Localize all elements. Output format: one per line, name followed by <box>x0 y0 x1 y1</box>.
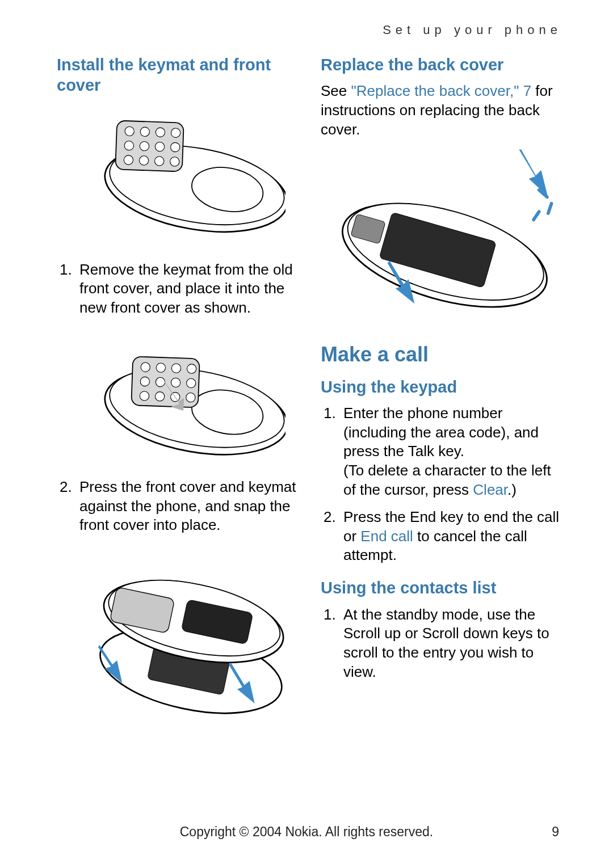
scroll-up-key-label: Scroll up <box>343 625 401 642</box>
svg-point-15 <box>170 157 179 166</box>
svg-point-11 <box>170 142 180 152</box>
svg-point-10 <box>155 142 165 151</box>
svg-point-7 <box>171 128 180 137</box>
svg-point-8 <box>124 141 133 150</box>
illustration-keymat-insert <box>57 326 298 467</box>
page-number: 9 <box>552 824 559 840</box>
step-1-keymat: Remove the keymat from the old front cov… <box>76 260 298 318</box>
end-key-label: End <box>410 508 436 525</box>
svg-point-28 <box>140 391 149 401</box>
svg-point-25 <box>156 377 165 387</box>
see-text: See <box>321 82 351 99</box>
column-left: Install the keymat and front cover <box>57 54 298 746</box>
heading-make-call: Make a call <box>321 343 562 366</box>
step-2-keymat: Press the front cover and keymat against… <box>76 478 298 535</box>
end-call-softkey-label: End call <box>360 528 413 545</box>
heading-replace-back: Replace the back cover <box>321 54 562 75</box>
svg-point-13 <box>139 155 149 165</box>
svg-point-9 <box>139 141 149 151</box>
keypad-step-1: Enter the phone number (including the ar… <box>340 404 562 500</box>
clear-softkey-label: Clear <box>473 481 507 498</box>
svg-point-20 <box>140 363 150 372</box>
svg-point-29 <box>155 391 165 401</box>
illustration-keymat-remove <box>57 103 298 250</box>
svg-line-43 <box>548 203 551 213</box>
column-right: Replace the back cover See "Replace the … <box>321 54 562 746</box>
svg-point-31 <box>186 393 195 402</box>
svg-point-26 <box>171 378 180 387</box>
heading-install-keymat: Install the keymat and front cover <box>57 54 298 96</box>
svg-point-22 <box>171 364 181 373</box>
svg-point-24 <box>140 377 149 386</box>
keypad-step-2: Press the End key to end the call or End… <box>340 508 562 565</box>
heading-using-keypad: Using the keypad <box>321 377 562 397</box>
illustration-back-cover <box>321 145 562 327</box>
illustration-front-cover-snap <box>57 543 298 736</box>
talk-key-label: Talk <box>408 443 434 460</box>
svg-point-6 <box>156 127 165 137</box>
link-replace-back-cover[interactable]: "Replace the back cover," 7 <box>351 82 532 99</box>
svg-point-5 <box>140 127 149 136</box>
svg-point-4 <box>124 126 134 136</box>
running-header: Set up your phone <box>57 23 562 37</box>
contacts-step-1: At the standby mode, use the Scroll up o… <box>340 605 562 682</box>
svg-point-12 <box>123 155 133 165</box>
cross-ref-back-cover: See "Replace the back cover," 7 for inst… <box>321 82 562 139</box>
svg-point-27 <box>186 378 196 388</box>
scroll-down-key-label: Scroll down <box>422 625 498 642</box>
svg-point-21 <box>156 363 165 373</box>
svg-point-23 <box>187 364 196 374</box>
svg-line-42 <box>534 212 539 220</box>
footer-copyright: Copyright © 2004 Nokia. All rights reser… <box>0 824 613 840</box>
svg-point-14 <box>154 156 164 166</box>
heading-using-contacts: Using the contacts list <box>321 578 562 598</box>
